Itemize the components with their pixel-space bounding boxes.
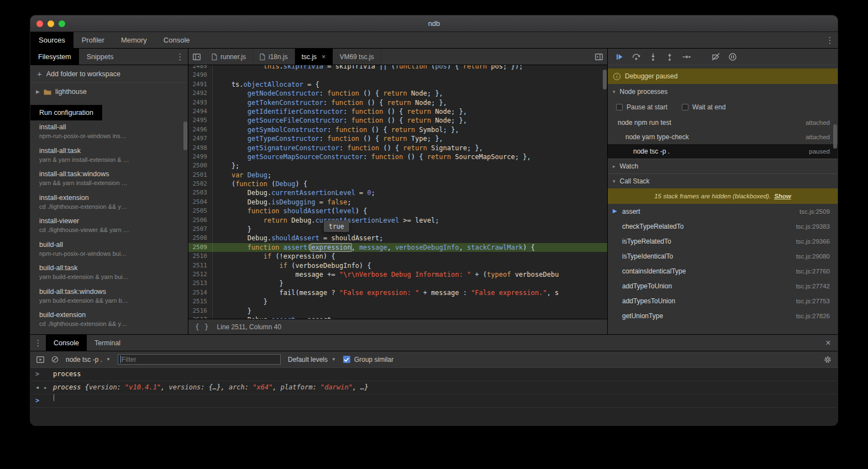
- call-stack-frame[interactable]: getUnionTypetsc.js:27826: [608, 308, 838, 323]
- code-line[interactable]: 2507 }: [188, 225, 607, 234]
- code-line[interactable]: 2510 if (!expression) {: [188, 252, 607, 261]
- line-number[interactable]: 2490: [188, 71, 213, 80]
- code-line[interactable]: 2493 getTokenConstructor: function () { …: [188, 98, 607, 107]
- run-config-item[interactable]: install-allnpm-run-posix-or-windows ins…: [30, 120, 188, 144]
- clear-console-icon[interactable]: [51, 356, 59, 363]
- code-line[interactable]: 2503 Debug.currentAssertionLevel = 0;: [188, 188, 607, 197]
- call-stack-frame[interactable]: checkTypeRelatedTotsc.js:29383: [608, 219, 838, 234]
- code-line[interactable]: 2501 var Debug;: [188, 171, 607, 180]
- console-sidebar-icon[interactable]: [36, 356, 44, 363]
- code-line[interactable]: 2511 if (verboseDebugInfo) {: [188, 261, 607, 270]
- code-line[interactable]: 2489 this.skipTrivia = skipTrivia || (fu…: [188, 65, 607, 71]
- resume-icon[interactable]: [615, 52, 624, 61]
- code-line[interactable]: 2492 getNodeConstructor: function () { r…: [188, 89, 607, 98]
- line-number[interactable]: 2496: [188, 125, 213, 134]
- code-line[interactable]: 2514 fail(message ? "False expression: "…: [188, 288, 607, 297]
- maximize-window-button[interactable]: [59, 20, 65, 27]
- code-line[interactable]: 2490: [188, 71, 607, 80]
- console-filter-input[interactable]: [118, 354, 281, 365]
- code-line[interactable]: 2494 getIdentifierConstructor: function …: [188, 107, 607, 116]
- code-line[interactable]: 2515 }: [188, 297, 607, 306]
- expand-triangle-icon[interactable]: ▸: [44, 381, 47, 394]
- call-stack-frame[interactable]: isTypeRelatedTotsc.js:29366: [608, 234, 838, 249]
- call-stack-frame[interactable]: ▶asserttsc.js:2509: [608, 204, 838, 219]
- checkbox-icon[interactable]: [682, 104, 688, 110]
- line-number[interactable]: 2511: [188, 261, 213, 270]
- line-number[interactable]: 2515: [188, 297, 213, 306]
- step-icon[interactable]: [682, 52, 691, 61]
- scrollbar-thumb[interactable]: [603, 70, 607, 89]
- code-line[interactable]: 2506 return Debug.currentAssertionLevel …: [188, 216, 607, 225]
- workspace-folder-row[interactable]: ▶ lighthouse: [30, 83, 188, 101]
- call-stack-frame[interactable]: addTypesToUniontsc.js:27753: [608, 293, 838, 308]
- code-line[interactable]: 2495 getSourceFileConstructor: function …: [188, 116, 607, 125]
- sidebar-tab-filesystem[interactable]: Filesystem: [30, 49, 79, 65]
- line-number[interactable]: 2501: [188, 171, 213, 180]
- run-config-item[interactable]: install-viewercd ./lighthouse-viewer && …: [30, 214, 188, 238]
- line-number[interactable]: 2505: [188, 207, 213, 215]
- line-number[interactable]: 2494: [188, 107, 213, 116]
- close-drawer-icon[interactable]: ×: [819, 335, 838, 351]
- editor-tab[interactable]: VM69 tsc.js: [333, 49, 381, 65]
- run-config-item[interactable]: build-all:task:windowsyarn build-extensi…: [30, 285, 188, 309]
- call-stack-frame[interactable]: containsIdenticalTypetsc.js:27760: [608, 264, 838, 278]
- editor-tab[interactable]: i18n.js: [253, 49, 295, 65]
- code-line[interactable]: 2491 ts.objectAllocator = {: [188, 80, 607, 89]
- sidebar-menu-kebab-icon[interactable]: ⋮: [172, 49, 188, 65]
- run-config-item[interactable]: build-extensioncd ./lighthouse-extension…: [30, 308, 188, 332]
- code-line[interactable]: 2504 Debug.isDebugging = false;: [188, 198, 607, 207]
- code-line[interactable]: 2517 Debug.assert = assert;: [188, 315, 607, 319]
- code-line[interactable]: 2505 function shouldAssert(level) {: [188, 207, 607, 215]
- line-number[interactable]: 2507: [188, 225, 213, 234]
- close-tab-icon[interactable]: ×: [322, 52, 326, 61]
- node-process-row[interactable]: node tsc -p .paused: [608, 144, 838, 159]
- deactivate-breakpoints-icon[interactable]: [712, 52, 720, 61]
- line-number[interactable]: 2499: [188, 152, 213, 161]
- minimize-window-button[interactable]: [48, 20, 54, 27]
- scrollbar-thumb[interactable]: [833, 124, 837, 149]
- close-window-button[interactable]: [36, 20, 43, 27]
- run-config-item[interactable]: install-extensioncd ./lighthouse-extensi…: [30, 191, 188, 215]
- group-similar-option[interactable]: Group similar: [343, 356, 393, 363]
- pause-on-exceptions-icon[interactable]: [728, 52, 737, 61]
- add-folder-button[interactable]: + Add folder to workspace: [30, 65, 188, 83]
- step-into-icon[interactable]: [649, 52, 657, 61]
- console-message-prompt[interactable]: >: [30, 394, 838, 408]
- editor-tab[interactable]: tsc.js×: [295, 49, 333, 65]
- run-config-item[interactable]: install-all:taskyarn & yarn install-exte…: [30, 144, 188, 168]
- console-message-input[interactable]: >process: [30, 368, 838, 381]
- main-tab-memory[interactable]: Memory: [113, 32, 155, 48]
- code-line[interactable]: 2500 };: [188, 161, 607, 170]
- line-number[interactable]: 2492: [188, 89, 213, 98]
- sidebar-tab-snippets[interactable]: Snippets: [79, 49, 122, 65]
- line-number[interactable]: 2508: [188, 234, 213, 243]
- line-number[interactable]: 2500: [188, 161, 213, 170]
- line-number[interactable]: 2509: [188, 243, 213, 252]
- main-tab-sources[interactable]: Sources: [30, 32, 73, 48]
- call-stack-frame[interactable]: isTypeIdenticalTotsc.js:29080: [608, 249, 838, 264]
- line-number[interactable]: 2512: [188, 270, 213, 279]
- node-process-row[interactable]: node yarn type-checkattached: [608, 130, 838, 144]
- call-stack-section-header[interactable]: ▾ Call Stack: [608, 173, 838, 188]
- console-messages[interactable]: >process◂▸process {version: "v10.4.1", v…: [30, 368, 838, 425]
- toggle-navigator-icon[interactable]: [188, 49, 205, 65]
- run-config-item[interactable]: install-all:task:windowsyarn && yarn ins…: [30, 167, 188, 191]
- line-number[interactable]: 2516: [188, 307, 213, 315]
- code-line[interactable]: 2496 getSymbolConstructor: function () {…: [188, 125, 607, 134]
- run-config-item[interactable]: build-all:taskyarn build-extension & yar…: [30, 261, 188, 285]
- drawer-menu-kebab-icon[interactable]: ⋮: [30, 335, 46, 351]
- line-number[interactable]: 2517: [188, 315, 213, 319]
- code-line[interactable]: 2497 getTypeConstructor: function () { r…: [188, 134, 607, 143]
- drawer-tab-terminal[interactable]: Terminal: [87, 335, 128, 351]
- code-line[interactable]: 2499 getSourceMapSourceConstructor: func…: [188, 152, 607, 161]
- line-number[interactable]: 2489: [188, 65, 213, 71]
- step-out-icon[interactable]: [665, 52, 674, 61]
- line-number[interactable]: 2493: [188, 98, 213, 107]
- main-menu-kebab-icon[interactable]: ⋮: [822, 32, 838, 48]
- code-line[interactable]: 2498 getSignatureConstructor: function (…: [188, 144, 607, 152]
- titlebar[interactable]: ndb: [30, 15, 838, 32]
- line-number[interactable]: 2495: [188, 116, 213, 125]
- toggle-debugger-sidebar-icon[interactable]: [591, 49, 607, 65]
- code-line[interactable]: 2512 message += "\r\nVerbose Debug Infor…: [188, 270, 607, 279]
- node-process-row[interactable]: node npm run testattached: [608, 115, 838, 130]
